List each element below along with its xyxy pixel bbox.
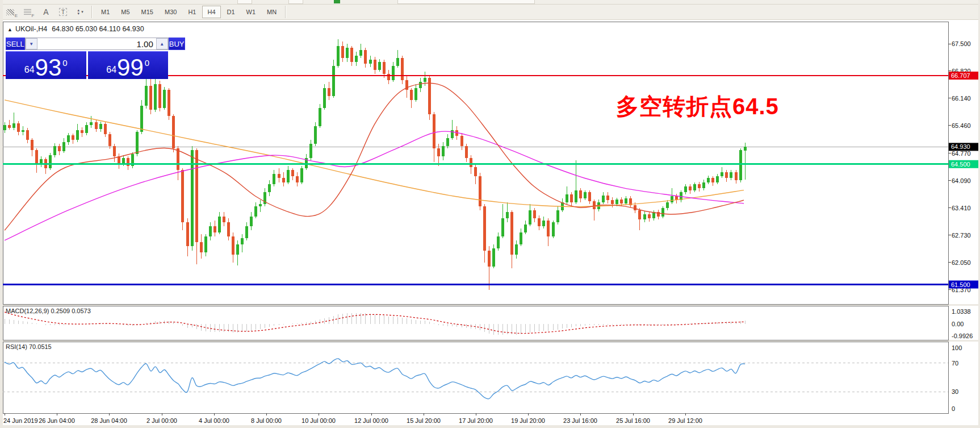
- svg-text:64.770: 64.770: [952, 150, 971, 157]
- svg-text:67.500: 67.500: [952, 40, 971, 47]
- svg-text:23 Jul 16:00: 23 Jul 16:00: [563, 417, 597, 424]
- volume-decrease-button[interactable]: ▼: [26, 38, 37, 49]
- svg-text:25 Jul 16:00: 25 Jul 16:00: [616, 417, 650, 424]
- ohlc-values: 64.830 65.030 64.110 64.930: [52, 25, 144, 33]
- buy-price-display[interactable]: 64 99 0: [88, 51, 169, 79]
- svg-text:4 Jul 00:00: 4 Jul 00:00: [199, 417, 229, 424]
- svg-text:64.500: 64.500: [951, 161, 970, 168]
- svg-text:12 Jul 00:00: 12 Jul 00:00: [354, 417, 388, 424]
- rsi-indicator-label: RSI(14) 70.0515: [6, 343, 52, 350]
- date-axis: 24 Jun 201926 Jun 04:0028 Jun 04:002 Jul…: [3, 413, 702, 424]
- svg-text:29 Jul 12:00: 29 Jul 12:00: [668, 417, 702, 424]
- svg-text:65.460: 65.460: [952, 122, 971, 129]
- volume-increase-button[interactable]: ▲: [156, 38, 168, 49]
- svg-text:63.410: 63.410: [952, 205, 971, 211]
- buy-button[interactable]: BUY: [169, 38, 185, 50]
- svg-text:66.707: 66.707: [951, 72, 970, 79]
- sell-price-display[interactable]: 64 93 0: [6, 51, 86, 79]
- sell-price-main: 93: [35, 58, 62, 77]
- volume-input[interactable]: [37, 38, 156, 49]
- svg-text:15 Jul 20:00: 15 Jul 20:00: [407, 417, 441, 424]
- svg-text:0: 0: [952, 405, 955, 412]
- svg-text:64.930: 64.930: [951, 143, 970, 150]
- chart-annotation-text: 多空转折点64.5: [616, 91, 779, 122]
- svg-text:64.090: 64.090: [952, 177, 971, 184]
- svg-text:70: 70: [952, 360, 958, 367]
- svg-text:62.730: 62.730: [952, 232, 971, 239]
- chart-symbol-title: ▲UKOil-,H464.830 65.030 64.110 64.930: [7, 25, 144, 33]
- svg-text:28 Jun 04:00: 28 Jun 04:00: [91, 417, 127, 424]
- svg-text:30: 30: [952, 388, 958, 395]
- svg-text:100: 100: [952, 344, 962, 351]
- svg-text:62.050: 62.050: [952, 259, 971, 266]
- buy-price-prefix: 64: [106, 65, 116, 75]
- volume-spinner: ▼ ▲: [25, 38, 169, 50]
- svg-text:19 Jul 20:00: 19 Jul 20:00: [511, 417, 545, 424]
- svg-text:17 Jul 20:00: 17 Jul 20:00: [459, 417, 493, 424]
- svg-text:8 Jul 00:00: 8 Jul 00:00: [251, 417, 282, 424]
- one-click-trade-panel: SELL ▼ ▲ BUY 64 93 0 64 99 0: [6, 38, 168, 79]
- trading-platform-window: EFAT▲▼▾ M1M5M15M30H1H4D1W1MN 67.50066.82…: [0, 0, 980, 428]
- sell-button[interactable]: SELL: [6, 38, 25, 50]
- collapse-arrow-icon[interactable]: ▲: [7, 27, 12, 32]
- svg-text:26 Jun 04:00: 26 Jun 04:00: [39, 417, 75, 424]
- sell-price-point: 0: [62, 53, 67, 68]
- buy-price-point: 0: [145, 53, 149, 68]
- svg-text:66.140: 66.140: [952, 95, 971, 102]
- svg-text:1.0338: 1.0338: [952, 308, 971, 315]
- symbol-name: UKOil-,H4: [15, 25, 47, 33]
- svg-text:61.500: 61.500: [951, 281, 970, 288]
- svg-text:-0.9926: -0.9926: [952, 333, 973, 339]
- buy-price-main: 99: [117, 58, 144, 77]
- svg-text:0.00: 0.00: [952, 321, 964, 327]
- sell-price-prefix: 64: [24, 65, 35, 75]
- window-bottom-edge: [0, 425, 980, 428]
- svg-text:10 Jul 00:00: 10 Jul 00:00: [301, 417, 336, 424]
- svg-text:2 Jul 00:00: 2 Jul 00:00: [146, 417, 177, 424]
- macd-indicator-label: MACD(12,26,9) 0.2509 0.0573: [6, 308, 91, 314]
- svg-text:24 Jun 2019: 24 Jun 2019: [3, 417, 38, 424]
- price-axis: 67.50066.82066.14065.46064.77064.09063.4…: [948, 40, 978, 293]
